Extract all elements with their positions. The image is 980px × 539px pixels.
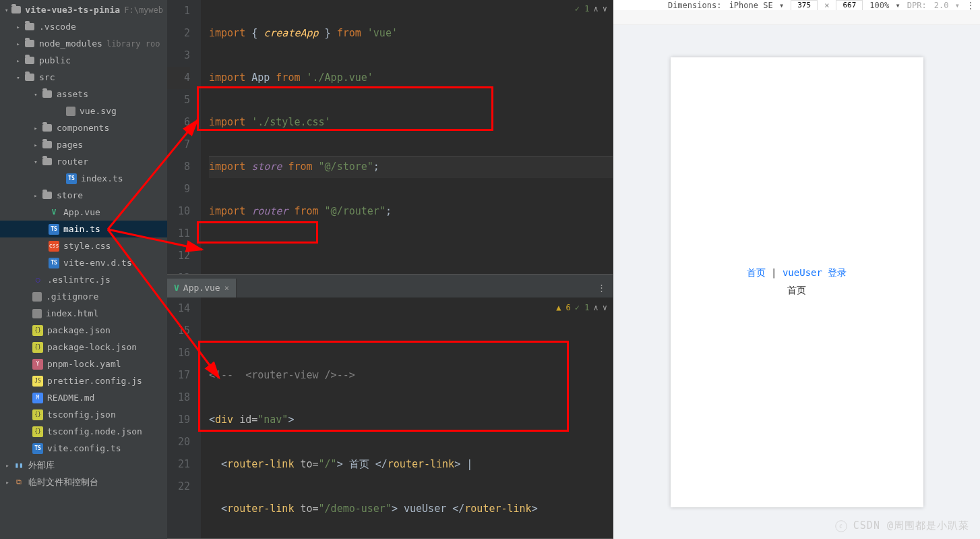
folder-icon	[25, 57, 34, 64]
code-app-vue[interactable]: <!-- <router-view />--> <div id="nav"> <…	[201, 297, 613, 538]
tree-file-main-ts[interactable]: ▸TSmain.ts	[0, 221, 167, 237]
height-input[interactable]	[836, 0, 863, 11]
ts-icon: TS	[66, 173, 77, 184]
tree-file-readme[interactable]: ▸MREADME.md	[0, 389, 167, 406]
scratch-icon: ⧉	[13, 477, 24, 488]
tree-folder-src[interactable]: ▾src	[0, 69, 167, 86]
line-gutter[interactable]: 141516171819202122	[167, 297, 201, 538]
tree-folder-assets[interactable]: ▾assets	[0, 86, 167, 103]
tree-file-eslintrc[interactable]: ▸◯.eslintrc.js	[0, 271, 167, 288]
chevron-right-icon[interactable]: ▸	[15, 40, 22, 47]
tree-external-libs[interactable]: ▸▮▮外部库	[0, 457, 167, 474]
chevron-down-icon[interactable]: ▾	[32, 91, 39, 98]
tree-file-vite-env[interactable]: ▸TSvite-env.d.ts	[0, 254, 167, 271]
git-icon	[32, 292, 42, 302]
check-icon[interactable]: ✓ 1	[575, 4, 590, 13]
ts-icon: TS	[49, 224, 59, 235]
editor-pane-app-vue[interactable]: V App.vue × ⋮ ▲ 6 ✓ 1 ∧ ∨ 14151617181920…	[167, 275, 613, 539]
inspection-badges[interactable]: ✓ 1 ∧ ∨	[575, 4, 607, 13]
link-home[interactable]: 首页	[747, 267, 766, 278]
chevron-up-icon[interactable]: ∧	[594, 303, 599, 312]
link-user[interactable]: vueUser	[783, 267, 822, 278]
tab-app-vue[interactable]: V App.vue ×	[167, 279, 237, 297]
times-icon: ×	[824, 1, 829, 10]
chevron-right-icon[interactable]: ▸	[4, 462, 11, 469]
js-icon: JS	[32, 376, 43, 387]
code-main-ts[interactable]: import { createApp } from 'vue' import A…	[201, 0, 613, 274]
tree-file-package-lock[interactable]: ▸{}package-lock.json	[0, 339, 167, 356]
tree-folder-pages[interactable]: ▸pages	[0, 136, 167, 153]
svg-icon	[66, 107, 75, 116]
folder-icon	[42, 158, 52, 165]
chevron-down-icon[interactable]: ▾	[32, 159, 39, 165]
chevron-down-icon[interactable]: ▾	[4, 7, 9, 13]
chevron-right-icon[interactable]: ▸	[15, 24, 22, 30]
line-gutter[interactable]: 1234567891011121314	[167, 0, 201, 274]
folder-icon	[11, 6, 21, 13]
tab-overflow-icon[interactable]: ⋮	[590, 283, 613, 293]
tree-file-tsconfig-node[interactable]: ▸{}tsconfig.node.json	[0, 423, 167, 440]
close-icon[interactable]: ×	[224, 283, 229, 293]
annotation-box-2	[197, 221, 318, 244]
tree-file-vue-svg[interactable]: ▸vue.svg	[0, 103, 167, 119]
tree-folder-router[interactable]: ▾router	[0, 153, 167, 170]
chevron-right-icon[interactable]: ▸	[4, 479, 11, 486]
json-icon: {}	[32, 325, 43, 336]
editor-area: ✓ 1 ∧ ∨ 1234567891011121314 import { cre…	[167, 0, 613, 539]
json-icon: {}	[32, 342, 43, 353]
chevron-down-icon[interactable]: ▾	[15, 74, 22, 81]
tree-file-pnpm-lock[interactable]: ▸Ypnpm-lock.yaml	[0, 356, 167, 372]
json-icon: {}	[32, 426, 43, 437]
editor-pane-main-ts[interactable]: ✓ 1 ∧ ∨ 1234567891011121314 import { cre…	[167, 0, 613, 275]
width-input[interactable]	[791, 0, 818, 11]
tree-root[interactable]: ▾ vite-vue3-ts-pinia F:\myweb	[0, 1, 167, 18]
vue-icon: V	[49, 207, 59, 218]
library-icon: ▮▮	[13, 460, 24, 471]
folder-icon	[25, 40, 34, 47]
tree-folder-public[interactable]: ▸public	[0, 52, 167, 69]
tree-file-gitignore[interactable]: ▸.gitignore	[0, 288, 167, 305]
tree-file-package-json[interactable]: ▸{}package.json	[0, 322, 167, 339]
check-icon[interactable]: ✓ 1	[575, 303, 590, 312]
link-login[interactable]: 登录	[828, 267, 847, 278]
nav-links: 首页 | vueUser 登录	[747, 267, 847, 279]
tree-file-style-css[interactable]: ▸cssstyle.css	[0, 237, 167, 254]
chevron-right-icon[interactable]: ▸	[32, 142, 39, 148]
devtools-preview: Dimensions: iPhone SE ▾ × 100% ▾ DPR: 2.…	[613, 0, 980, 539]
project-path: F:\myweb	[124, 5, 163, 15]
dpr-dropdown[interactable]: DPR: 2.0 ▾	[907, 1, 960, 10]
tree-file-prettier[interactable]: ▸JSprettier.config.js	[0, 372, 167, 389]
tree-file-app-vue[interactable]: ▸VApp.vue	[0, 204, 167, 221]
chevron-right-icon[interactable]: ▸	[32, 125, 39, 132]
tree-folder-store[interactable]: ▸store	[0, 187, 167, 204]
chevron-up-icon[interactable]: ∧	[594, 4, 599, 13]
folder-icon	[42, 192, 52, 199]
tree-file-router-index[interactable]: ▸TSindex.ts	[0, 170, 167, 187]
tabbar[interactable]: V App.vue × ⋮	[167, 279, 613, 297]
kebab-icon[interactable]: ⋮	[967, 1, 975, 10]
zoom-dropdown[interactable]: 100% ▾	[869, 1, 900, 10]
ts-icon: TS	[32, 443, 43, 454]
md-icon: M	[32, 393, 43, 403]
folder-icon	[42, 141, 52, 148]
tree-folder-vscode[interactable]: ▸.vscode	[0, 18, 167, 35]
device-toolbar[interactable]: Dimensions: iPhone SE ▾ × 100% ▾ DPR: 2.…	[613, 0, 980, 10]
chevron-right-icon[interactable]: ▸	[15, 57, 22, 64]
chevron-right-icon[interactable]: ▸	[32, 192, 39, 199]
chevron-down-icon[interactable]: ∨	[603, 303, 607, 312]
tree-folder-components[interactable]: ▸components	[0, 119, 167, 136]
tree-file-tsconfig[interactable]: ▸{}tsconfig.json	[0, 406, 167, 423]
inspection-badges[interactable]: ▲ 6 ✓ 1 ∧ ∨	[556, 303, 607, 312]
tree-folder-node-modules[interactable]: ▸node_moduleslibrary roo	[0, 35, 167, 52]
dimensions-dropdown[interactable]: Dimensions: iPhone SE ▾	[668, 1, 784, 10]
css-icon: css	[49, 241, 59, 252]
chevron-down-icon[interactable]: ∨	[603, 4, 607, 13]
warning-icon[interactable]: ▲ 6	[556, 303, 571, 312]
project-tree[interactable]: ▾ vite-vue3-ts-pinia F:\myweb ▸.vscode ▸…	[0, 0, 167, 539]
tree-scratches[interactable]: ▸⧉临时文件和控制台	[0, 474, 167, 490]
tree-file-index-html[interactable]: ▸index.html	[0, 305, 167, 322]
vue-icon: V	[174, 283, 179, 293]
device-frame: 首页 | vueUser 登录 首页	[671, 57, 923, 507]
ruler	[613, 10, 980, 25]
tree-file-vite-config[interactable]: ▸TSvite.config.ts	[0, 440, 167, 457]
